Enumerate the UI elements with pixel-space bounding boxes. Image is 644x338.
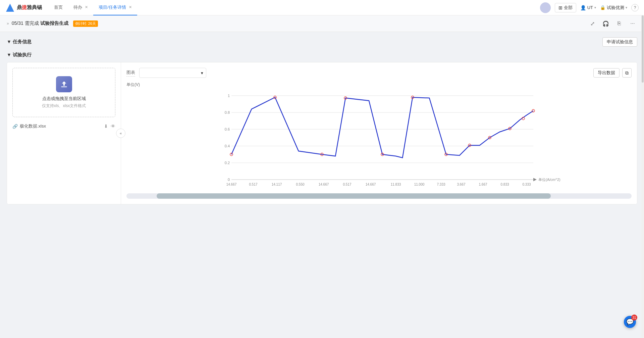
fab-badge: 31 — [631, 315, 637, 321]
task-info-section: ▼ 任务信息 申请试验信息 — [7, 37, 637, 47]
file-item: 🔗 极化数据.xlsx ⬇ 👁 — [12, 121, 115, 131]
file-name: 🔗 极化数据.xlsx — [12, 123, 46, 129]
tab-task-label: 项目/任务详情 — [99, 4, 126, 10]
breadcrumb: » 05/31 需完成 试验报告生成 倒计时: 26天 — [7, 20, 98, 27]
svg-text:7.333: 7.333 — [437, 183, 445, 186]
svg-text:14.117: 14.117 — [272, 183, 282, 186]
tab-pending-close[interactable]: ✕ — [85, 5, 88, 9]
upload-icon — [56, 76, 72, 92]
svg-text:0.333: 0.333 — [522, 183, 531, 186]
svg-text:0.6: 0.6 — [225, 127, 230, 131]
experiment-section: ▼ 试验执行 点击或拖拽至当前区域 仅支持xls、xlsx文件格式 — [7, 52, 637, 204]
maximize-button[interactable]: ⤢ — [588, 19, 597, 28]
download-icon[interactable]: ⬇ — [104, 124, 108, 129]
svg-marker-0 — [6, 4, 14, 12]
svg-text:14.667: 14.667 — [226, 183, 237, 186]
chart-select[interactable]: ▾ — [139, 68, 206, 78]
app-header: 鼎捷雅典锡 首页 待办 ✕ 项目/任务详情 ✕ ⊞ 全部 👤 UT ▾ 🔒 试验… — [0, 0, 644, 15]
right-scrollbar[interactable] — [641, 15, 644, 330]
task-title: 05/31 需完成 试验报告生成 — [12, 20, 68, 27]
svg-text:11.833: 11.833 — [391, 183, 401, 186]
svg-text:单位(A/cm^2): 单位(A/cm^2) — [538, 178, 560, 182]
svg-text:14.667: 14.667 — [366, 183, 376, 186]
task-info-header: ▼ 任务信息 申请试验信息 — [7, 37, 637, 47]
apply-info-button[interactable]: 申请试验信息 — [602, 37, 637, 47]
user-icon: 👤 — [580, 5, 586, 10]
svg-text:11.000: 11.000 — [414, 183, 425, 186]
tab-home[interactable]: 首页 — [49, 0, 68, 15]
chart-svg: 1 0.8 0.6 0.4 0.2 0 — [126, 89, 632, 191]
collapse-panel-button[interactable]: « — [116, 129, 125, 138]
file-panel: 点击或拖拽至当前区域 仅支持xls、xlsx文件格式 🔗 极化数据.xlsx ⬇… — [7, 62, 121, 204]
svg-text:0.550: 0.550 — [296, 183, 304, 186]
svg-point-25 — [532, 109, 535, 112]
user-chevron: ▾ — [594, 6, 596, 9]
deadline-badge: 倒计时: 26天 — [73, 20, 98, 27]
chart-right-controls: 导出数据 ⧉ — [593, 68, 632, 78]
more-button[interactable]: ··· — [628, 19, 637, 28]
screenshot-icon: ⧉ — [625, 70, 629, 76]
avatar — [540, 2, 551, 13]
svg-text:1: 1 — [228, 94, 230, 98]
svg-text:14.667: 14.667 — [319, 183, 329, 186]
svg-marker-41 — [533, 178, 537, 181]
fab-button[interactable]: 💬 31 — [624, 316, 636, 328]
chart-label: 图表 — [126, 69, 135, 77]
upload-text-sub: 仅支持xls、xlsx文件格式 — [18, 103, 110, 109]
share-button[interactable]: ⎘ — [614, 19, 624, 28]
tab-pending[interactable]: 待办 ✕ — [68, 0, 93, 15]
svg-text:0.517: 0.517 — [343, 183, 351, 186]
tab-home-label: 首页 — [54, 4, 63, 10]
svg-text:0.2: 0.2 — [225, 161, 230, 165]
chart-scrollbar-thumb[interactable] — [157, 193, 551, 199]
chart-panel: 图表 ▾ 导出数据 ⧉ 单位(V) — [121, 62, 637, 204]
task-info-title[interactable]: ▼ 任务信息 — [7, 39, 32, 45]
svg-text:1.667: 1.667 — [479, 183, 487, 186]
env-chevron: ▾ — [626, 6, 627, 9]
svg-text:0.4: 0.4 — [225, 144, 230, 148]
main-content: ▼ 任务信息 申请试验信息 ▼ 试验执行 点击 — [0, 32, 644, 330]
file-upload-area[interactable]: 点击或拖拽至当前区域 仅支持xls、xlsx文件格式 — [12, 68, 115, 117]
scrollbar-thumb[interactable] — [642, 15, 644, 83]
chart-scrollbar[interactable] — [126, 193, 632, 199]
user-info[interactable]: 👤 UT ▾ — [580, 5, 596, 10]
env-label: 试验优测 — [607, 5, 624, 11]
svg-rect-1 — [61, 87, 67, 87]
help-button[interactable]: ? — [631, 4, 639, 11]
svg-text:0.833: 0.833 — [500, 183, 509, 186]
breadcrumb-chevron: » — [7, 21, 9, 26]
screenshot-button[interactable]: ⧉ — [622, 68, 632, 78]
chart-left-controls: 图表 ▾ — [126, 68, 206, 78]
btn-all-label: 全部 — [564, 5, 573, 11]
eye-icon[interactable]: 👁 — [111, 124, 115, 129]
experiment-title[interactable]: ▼ 试验执行 — [7, 52, 32, 58]
chart-header: 图表 ▾ 导出数据 ⧉ — [126, 68, 632, 78]
lock-icon: 🔒 — [600, 5, 605, 10]
sub-header: » 05/31 需完成 试验报告生成 倒计时: 26天 ⤢ 🎧 ⎘ ··· — [0, 15, 644, 32]
svg-text:0.8: 0.8 — [225, 110, 230, 114]
experiment-header: ▼ 试验执行 — [7, 52, 637, 58]
logo-icon — [5, 3, 15, 12]
header-right: ⊞ 全部 👤 UT ▾ 🔒 试验优测 ▾ ? — [540, 2, 639, 13]
svg-text:0: 0 — [228, 178, 230, 182]
user-label: UT — [587, 5, 593, 10]
y-axis-label: 单位(V) — [126, 82, 632, 88]
tab-pending-label: 待办 — [73, 4, 82, 10]
file-actions: ⬇ 👁 — [104, 124, 115, 129]
upload-text-main: 点击或拖拽至当前区域 — [18, 96, 110, 102]
headset-button[interactable]: 🎧 — [601, 19, 610, 28]
logo: 鼎捷雅典锡 — [5, 3, 42, 12]
btn-all[interactable]: ⊞ 全部 — [555, 3, 576, 12]
sub-header-actions: ⤢ 🎧 ⎘ ··· — [588, 19, 637, 28]
logo-text: 鼎捷雅典锡 — [17, 4, 42, 11]
svg-text:3.667: 3.667 — [457, 183, 465, 186]
tab-task-close[interactable]: ✕ — [129, 5, 132, 9]
env-info[interactable]: 🔒 试验优测 ▾ — [600, 5, 627, 11]
select-chevron-icon: ▾ — [201, 70, 203, 76]
tab-task-detail[interactable]: 项目/任务详情 ✕ — [93, 0, 137, 15]
nav-tabs: 首页 待办 ✕ 项目/任务详情 ✕ — [49, 0, 540, 15]
export-data-button[interactable]: 导出数据 — [593, 68, 620, 78]
grid-icon: ⊞ — [558, 5, 562, 10]
chart-container: 单位(V) 1 0.8 0 — [126, 82, 632, 199]
svg-text:0.517: 0.517 — [249, 183, 257, 186]
